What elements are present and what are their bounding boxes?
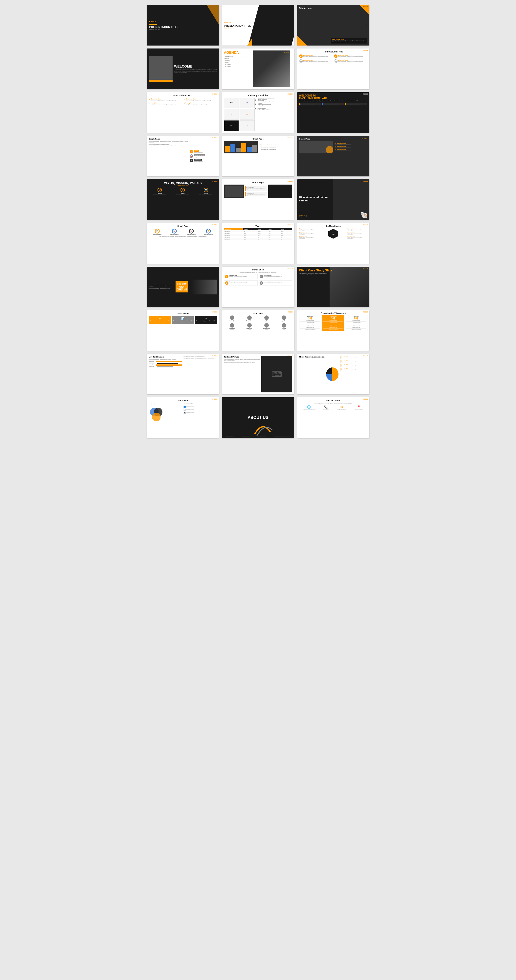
slide-1: IT DOCS PRESENTATION TITLE Suite title g… bbox=[147, 5, 219, 46]
slide7-col-1: ✓ Description here Lorem ipsum a simply … bbox=[149, 98, 182, 101]
slide23-team: Jonathan OlsenTeam Leader Stephanie Levy… bbox=[224, 315, 292, 330]
slide19-dream: FOLOWYOURDREAMS bbox=[176, 281, 188, 293]
slide11-checks: ✓Lorem ipsum dolor sit amet consectetur … bbox=[260, 144, 292, 150]
slide12-title: Graph Page bbox=[299, 138, 310, 140]
slide26-logo: IT DOCS bbox=[287, 355, 292, 356]
slide5-item-2: About Me bbox=[224, 57, 251, 59]
slide9-cards: 👤 Lorem ipsum dolor sit amet consectetur… bbox=[299, 103, 367, 105]
slide25-title: List Text Sample bbox=[149, 356, 182, 358]
slide6-col-1: 01 Description here Lorem ipsum a simply… bbox=[299, 54, 333, 58]
slide25-bars: Business Area Business Area Business Are… bbox=[149, 361, 182, 368]
slide-13: IT DOCS VISION, MISSION, VALUES Your sub… bbox=[147, 179, 219, 220]
slide14-title: Graph Page bbox=[224, 181, 292, 184]
slide26-left: Text and Picture Lorem ipsum dolor sit a… bbox=[224, 356, 260, 392]
slide13-mission: 🚀 MISSION Lorem ipsum dolor sit amet con… bbox=[149, 188, 171, 195]
slide-29: ABOUT US www.website.com 555-9834-5321 i… bbox=[222, 397, 294, 438]
slide19-image bbox=[191, 280, 217, 294]
slide18-right: Description hereIs driving natural sourc… bbox=[347, 228, 367, 239]
slide13-logo: IT DOCS bbox=[213, 180, 218, 182]
slide29-footer: www.website.com 555-9834-5321 info@busin… bbox=[222, 436, 294, 437]
slide23-title: Our Team bbox=[224, 312, 292, 315]
slide-17: IT DOCS Table Example Title Business Bra… bbox=[222, 223, 294, 264]
slide5-left: AGENDA Demographic One About Me My Servi… bbox=[224, 51, 251, 87]
slide18-logo: IT DOCS bbox=[363, 224, 368, 225]
slide21-image bbox=[330, 267, 369, 307]
slide7-logo: IT DOCS bbox=[213, 93, 218, 95]
slide13-title: VISION, MISSION, VALUES bbox=[149, 181, 217, 185]
slide15-logo: IT DOCS bbox=[363, 180, 368, 182]
slide-30: IT DOCS Get in Touch Lorem ipsum dolor s… bbox=[297, 397, 369, 438]
slide13-values: 💎 VALUES Lorem ipsum dolor sit amet cons… bbox=[195, 188, 217, 195]
slide-15: IT DOCS Ut wisi enim ad minim veniam Des… bbox=[297, 179, 369, 220]
slide28-logo: IT DOCS bbox=[213, 398, 218, 400]
slide-10: IT DOCS Graph Page Lorem ipsum dolor sit… bbox=[147, 136, 219, 177]
slide1-title: PRESENTATION TITLE bbox=[149, 25, 217, 29]
slide16-body: Lorem ipsum dolor sit amet, consectetur … bbox=[149, 236, 217, 237]
slide4-body: Lorem Ipsum the printing and typesetting… bbox=[174, 69, 217, 73]
slide-20: IT DOCS Our solution Lorem ipsum dolor. … bbox=[222, 267, 294, 307]
website-icon: 🌐 bbox=[303, 405, 315, 409]
slide1-subtitle: Suite title goes here bbox=[149, 29, 217, 30]
slide18-content: Description hereIs driving natural sourc… bbox=[299, 228, 367, 239]
slide23-logo: IT DOCS bbox=[287, 311, 292, 313]
slide30-title: Get in Touch bbox=[299, 399, 367, 402]
slide19-left: Lorem ipsum dolor sit amet, consectetur … bbox=[149, 285, 173, 289]
slide-11: IT DOCS Graph Page ✓Lorem ipsum dolor si… bbox=[222, 136, 294, 177]
slide27-chart bbox=[326, 356, 339, 392]
slide14-content: Description here You can simply impress … bbox=[224, 185, 292, 198]
slide11-chart bbox=[224, 141, 258, 153]
slide26-image bbox=[261, 356, 292, 392]
slide28-right: ⚙Lorem ipsum dolor 👥Lorem ipsum dolor 📊L… bbox=[183, 402, 217, 422]
slide11-title: Graph Page bbox=[224, 138, 292, 140]
slide-16: IT DOCS Graph Page 📋 DESCRIPTION HERE 📊 … bbox=[147, 223, 219, 264]
slide-26: IT DOCS Text and Picture Lorem ipsum dol… bbox=[222, 354, 294, 395]
slide2-logo: IT DOCS bbox=[224, 22, 292, 24]
phone-icon: 📞 bbox=[323, 405, 329, 409]
slide5-image: IT DOCS bbox=[253, 51, 290, 87]
slide12-text: Our impact is delivering Lorem ipsum dol… bbox=[335, 143, 367, 152]
slide8-content: 🇩🇪 DE HP MS Office ninja +1 Administrati… bbox=[224, 98, 292, 131]
slide15-image bbox=[333, 179, 369, 220]
slide21-logo: IT DOCS bbox=[363, 268, 368, 269]
slide5-item-1: Demographic One bbox=[224, 56, 251, 57]
slide3-logo: IT DOCS bbox=[363, 6, 368, 8]
slide-25: IT DOCS List Text Sample Lorem ipsum dol… bbox=[147, 354, 219, 395]
slide21-title: Client Case Study Slide bbox=[299, 269, 367, 272]
slide11-content: ✓Lorem ipsum dolor sit amet consectetur … bbox=[224, 141, 292, 153]
slide25-left: List Text Sample Lorem ipsum dolor sit a… bbox=[149, 356, 182, 392]
slide2-title: PRESENTATION TITLE bbox=[224, 24, 292, 27]
slide2-subtitle: Suite title goes here bbox=[224, 27, 292, 29]
slide3-title: Title is Here bbox=[299, 7, 367, 10]
slide-9: IT DOCS WELCOME TOExclusive Template Lor… bbox=[297, 92, 369, 133]
slide27-steps: Step One TitleLorem enim ad minim veniam… bbox=[340, 356, 357, 392]
slide13-subtitle: Your subtitle is here bbox=[149, 185, 217, 186]
slide10-left: Graph Page Lorem ipsum dolor sit amet, c… bbox=[149, 138, 188, 174]
slide-24: IT DOCS Professionelles IT Managment Pri… bbox=[297, 310, 369, 351]
slide30-contacts: 🌐 WWW.GLOBALDOMAIN.COM 📞 555-9834-5321 ✉… bbox=[299, 405, 367, 410]
slide20-logo: IT DOCS bbox=[287, 268, 292, 269]
slide27-logo: IT DOCS bbox=[363, 355, 368, 356]
slide-5: AGENDA Demographic One About Me My Servi… bbox=[222, 48, 294, 89]
slide6-title: Four Column Text bbox=[299, 51, 367, 53]
slide16-title: Graph Page bbox=[149, 225, 217, 227]
slide10-title: Graph Page bbox=[149, 138, 188, 140]
slide9-logo: IT DOCS bbox=[363, 93, 368, 95]
slide10-right: 🎨 DESIGN Lorem ipsum example text 📊 DIGI… bbox=[190, 138, 217, 174]
slide4-image bbox=[149, 56, 173, 82]
slide5-item-5: Title proposals bbox=[224, 63, 251, 65]
slide12-content: Our impact is delivering Lorem ipsum dol… bbox=[299, 141, 367, 153]
slide29-title: ABOUT US bbox=[248, 415, 268, 420]
location-icon: 📍 bbox=[354, 405, 363, 409]
slide17-logo: IT DOCS bbox=[287, 224, 292, 225]
slide8-list: Administration von Servern und Netzwerke… bbox=[256, 98, 292, 131]
slide5-item-3: My Services bbox=[224, 59, 251, 61]
slide14-desc: Description here You can simply impress … bbox=[245, 186, 267, 196]
slide8-title: Leistungsportfolio bbox=[224, 94, 292, 97]
slide3-chevrons: » bbox=[365, 23, 367, 27]
slide6-col-2: 02 Description here Lorem ipsum a simply… bbox=[334, 54, 367, 58]
slide6-col-4: 04 Description here Lorem ipsum a simply… bbox=[334, 59, 367, 63]
slide-8: IT DOCS Leistungsportfolio 🇩🇪 DE HP MS O… bbox=[222, 92, 294, 133]
slide-19: Lorem ipsum dolor sit amet, consectetur … bbox=[147, 267, 219, 307]
slide-12: Graph Page IT DOCS Our impact is deliver… bbox=[297, 136, 369, 177]
slide19-title: FOLOWYOURDREAMS bbox=[176, 283, 187, 291]
